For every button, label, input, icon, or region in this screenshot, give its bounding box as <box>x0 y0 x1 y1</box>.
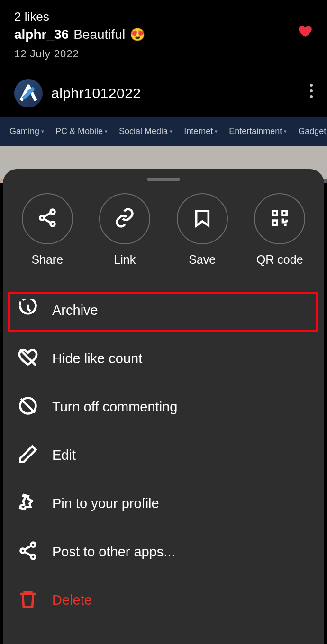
delete-option[interactable]: Delete <box>3 576 324 624</box>
link-button[interactable]: Link <box>99 193 150 267</box>
qr-label: QR code <box>256 253 303 267</box>
post-other-label: Post to other apps... <box>52 544 175 560</box>
edit-label: Edit <box>52 447 76 463</box>
share-button[interactable]: Share <box>22 193 73 267</box>
turn-off-commenting-option[interactable]: Turn off commenting <box>3 383 324 431</box>
pin-icon <box>18 492 38 515</box>
bookmark-icon <box>192 207 213 230</box>
pencil-icon <box>18 444 38 466</box>
svg-line-11 <box>25 546 31 550</box>
link-label: Link <box>114 253 136 267</box>
pin-to-profile-option[interactable]: Pin to your profile <box>3 479 324 528</box>
profile-username[interactable]: alphr1012022 <box>51 85 141 101</box>
svg-line-12 <box>25 552 31 555</box>
options-bottom-sheet: Share Link Save QR code <box>3 169 324 644</box>
nav-social-media[interactable]: Social Media▾ <box>119 126 173 136</box>
caption-text: Beautiful <box>73 27 125 42</box>
hide-like-count-option[interactable]: Hide like count <box>3 334 324 383</box>
nav-gaming[interactable]: Gaming▾ <box>9 126 44 136</box>
svg-point-9 <box>20 548 25 553</box>
link-icon <box>114 207 135 230</box>
svg-line-3 <box>44 213 51 217</box>
avatar[interactable] <box>14 79 43 107</box>
nav-internet[interactable]: Internet▾ <box>184 126 218 136</box>
svg-point-8 <box>31 543 35 547</box>
svg-point-0 <box>50 210 54 214</box>
hide-likes-label: Hide like count <box>52 351 142 367</box>
svg-point-2 <box>50 222 54 226</box>
archive-label: Archive <box>52 303 98 318</box>
share-label: Share <box>31 253 63 267</box>
comment-off-icon <box>18 395 38 418</box>
svg-point-10 <box>31 555 35 559</box>
quick-actions-row: Share Link Save QR code <box>3 193 324 284</box>
pin-label: Pin to your profile <box>52 496 159 511</box>
heart-off-icon <box>18 347 38 370</box>
nav-entertainment[interactable]: Entertainment▾ <box>229 126 287 136</box>
turn-off-commenting-label: Turn off commenting <box>52 399 177 415</box>
post-date: 12 July 2022 <box>14 48 313 60</box>
svg-point-1 <box>40 215 44 220</box>
menu-list: Archive Hide like count Turn off comment… <box>3 284 324 626</box>
share-alt-icon <box>18 540 38 563</box>
post-to-other-apps-option[interactable]: Post to other apps... <box>3 528 324 576</box>
like-heart-icon[interactable] <box>298 24 313 42</box>
qr-code-icon <box>269 207 290 230</box>
svg-line-4 <box>44 219 51 223</box>
caption-row: alphr_36 Beautiful 😍 <box>14 27 313 42</box>
heart-eyes-emoji: 😍 <box>130 27 145 42</box>
more-options-icon[interactable] <box>310 84 313 98</box>
likes-count[interactable]: 2 likes <box>14 9 313 24</box>
post-info: 2 likes alphr_36 Beautiful 😍 12 July 202… <box>0 0 327 65</box>
save-label: Save <box>189 253 216 267</box>
archive-icon <box>18 299 38 322</box>
trash-icon <box>18 589 38 611</box>
profile-header: alphr1012022 <box>0 65 327 117</box>
edit-option[interactable]: Edit <box>3 431 324 479</box>
nav-pc-mobile[interactable]: PC & Mobile▾ <box>55 126 108 136</box>
caption-username[interactable]: alphr_36 <box>14 27 69 42</box>
sheet-grabber[interactable] <box>147 178 180 181</box>
share-icon <box>37 207 58 230</box>
qr-code-button[interactable]: QR code <box>254 193 305 267</box>
site-nav: Gaming▾ PC & Mobile▾ Social Media▾ Inter… <box>0 117 327 146</box>
nav-gadgets[interactable]: Gadgets▾ <box>298 126 327 136</box>
save-button[interactable]: Save <box>177 193 228 267</box>
archive-option[interactable]: Archive <box>3 286 324 334</box>
delete-label: Delete <box>52 592 92 608</box>
